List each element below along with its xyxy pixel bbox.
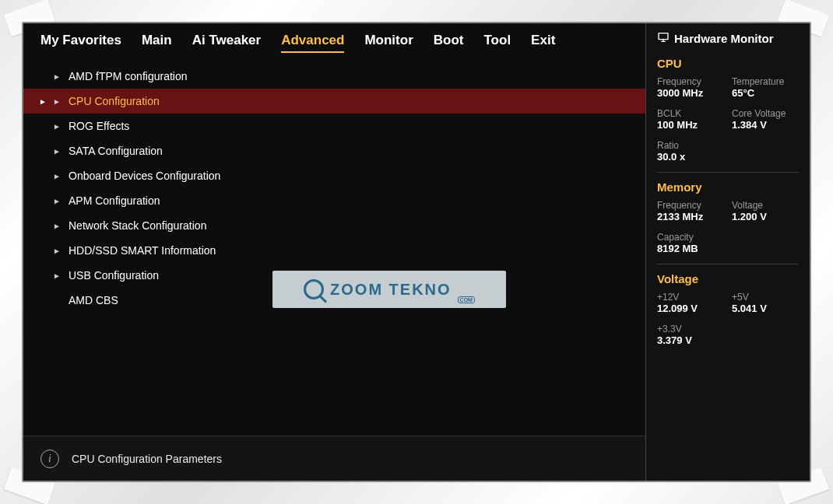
menu-item-label: APM Configuration — [69, 194, 160, 207]
tab-main[interactable]: Main — [142, 33, 172, 53]
tab-my-favorites[interactable]: My Favorites — [40, 33, 121, 53]
metric-label: Ratio — [657, 140, 724, 151]
metric-value: 5.041 V — [732, 303, 799, 314]
metric-label: +5V — [732, 292, 799, 303]
menu-item-label: AMD CBS — [69, 294, 118, 306]
section-divider — [657, 172, 799, 173]
submenu-arrow-icon: ► — [53, 147, 61, 156]
submenu-arrow-icon: ► — [53, 197, 61, 205]
tab-tool[interactable]: Tool — [483, 33, 511, 53]
submenu-arrow-icon: ► — [53, 271, 61, 280]
menu-item-label: ROG Effects — [69, 120, 129, 132]
submenu-arrow-icon: ► — [53, 122, 61, 131]
menu-item-label: HDD/SSD SMART Information — [69, 244, 216, 257]
tab-boot[interactable]: Boot — [434, 33, 464, 53]
metric-label: Temperature — [732, 76, 799, 87]
info-icon: i — [40, 450, 59, 468]
menu-item-sata-configuration[interactable]: ►SATA Configuration — [23, 138, 645, 163]
tab-bar: My FavoritesMainAi TweakerAdvancedMonito… — [23, 23, 645, 59]
metric: Core Voltage1.384 V — [732, 108, 799, 131]
metric-value: 8192 MB — [657, 243, 724, 254]
metric-value: 1.384 V — [732, 119, 799, 131]
metric-label: Voltage — [732, 200, 799, 211]
metric-row: Frequency3000 MHzTemperature65°C — [657, 76, 799, 99]
metric-value: 65°C — [732, 87, 799, 99]
menu-item-apm-configuration[interactable]: ►APM Configuration — [23, 188, 645, 213]
metric-label: Frequency — [657, 76, 724, 87]
metric-row: Capacity8192 MB — [657, 232, 799, 254]
bios-frame: My FavoritesMainAi TweakerAdvancedMonito… — [22, 22, 811, 482]
section-title-cpu: CPU — [657, 57, 799, 70]
metric-value: 100 MHz — [657, 119, 724, 131]
menu-item-label: CPU Configuration — [69, 95, 160, 107]
monitor-icon — [657, 31, 670, 46]
tab-monitor[interactable]: Monitor — [364, 33, 413, 53]
advanced-menu: ►AMD fTPM configuration►CPU Configuratio… — [23, 59, 645, 436]
metric: +3.3V3.379 V — [657, 324, 724, 346]
menu-item-label: SATA Configuration — [69, 145, 163, 157]
menu-item-label: USB Configuration — [69, 269, 159, 282]
metric: Frequency2133 MHz — [657, 200, 724, 222]
metric-label: Core Voltage — [732, 108, 799, 119]
metric: +12V12.099 V — [657, 292, 724, 314]
hardware-monitor-header: Hardware Monitor — [657, 31, 799, 46]
submenu-arrow-icon: ► — [53, 97, 61, 106]
tab-ai-tweaker[interactable]: Ai Tweaker — [192, 33, 262, 53]
svg-rect-0 — [659, 33, 668, 40]
metric-value: 3000 MHz — [657, 87, 724, 99]
tab-exit[interactable]: Exit — [531, 33, 555, 53]
metric-value: 30.0 x — [657, 151, 724, 163]
metric: BCLK100 MHz — [657, 108, 724, 131]
submenu-arrow-icon: ► — [53, 247, 61, 255]
menu-item-network-stack-configuration[interactable]: ►Network Stack Configuration — [23, 213, 645, 238]
hardware-monitor-title: Hardware Monitor — [674, 32, 774, 45]
metric: Capacity8192 MB — [657, 232, 724, 254]
metric-row: BCLK100 MHzCore Voltage1.384 V — [657, 108, 799, 131]
section-title-memory: Memory — [657, 180, 799, 194]
metric-value: 12.099 V — [657, 303, 724, 314]
metric — [732, 324, 799, 346]
menu-item-cpu-configuration[interactable]: ►CPU Configuration — [23, 89, 645, 114]
menu-item-hdd-ssd-smart-information[interactable]: ►HDD/SSD SMART Information — [23, 238, 645, 263]
metric-label: Frequency — [657, 200, 724, 211]
metric: Voltage1.200 V — [732, 200, 799, 222]
submenu-arrow-icon: ► — [53, 222, 61, 230]
metric-row: +12V12.099 V+5V5.041 V — [657, 292, 799, 314]
section-title-voltage: Voltage — [657, 272, 799, 285]
menu-item-label: Onboard Devices Configuration — [69, 170, 220, 182]
metric-label: Capacity — [657, 232, 724, 243]
help-bar: i CPU Configuration Parameters — [23, 436, 645, 481]
metric-row: Frequency2133 MHzVoltage1.200 V — [657, 200, 799, 222]
menu-item-label: AMD fTPM configuration — [69, 70, 188, 82]
menu-item-onboard-devices-configuration[interactable]: ►Onboard Devices Configuration — [23, 163, 645, 188]
menu-item-label: Network Stack Configuration — [69, 219, 206, 232]
main-panel: My FavoritesMainAi TweakerAdvancedMonito… — [23, 23, 646, 481]
watermark-text: ZOOM TEKNO — [330, 281, 452, 299]
metric-row: Ratio30.0 x — [657, 140, 799, 163]
metric — [732, 140, 799, 163]
metric: Ratio30.0 x — [657, 140, 724, 163]
metric-label: BCLK — [657, 108, 724, 119]
menu-item-rog-effects[interactable]: ►ROG Effects — [23, 114, 645, 138]
metric-label: +3.3V — [657, 324, 724, 334]
magnifier-icon — [304, 279, 324, 299]
watermark: ZOOM TEKNO COM — [272, 271, 506, 308]
submenu-arrow-icon: ► — [53, 72, 61, 81]
metric-label: +12V — [657, 292, 724, 303]
metric-row: +3.3V3.379 V — [657, 324, 799, 346]
section-divider — [657, 264, 799, 264]
metric: Frequency3000 MHz — [657, 76, 724, 99]
menu-item-amd-ftpm-configuration[interactable]: ►AMD fTPM configuration — [23, 64, 645, 89]
metric — [732, 232, 799, 254]
help-text: CPU Configuration Parameters — [72, 453, 222, 465]
metric-value: 2133 MHz — [657, 211, 724, 222]
metric: +5V5.041 V — [732, 292, 799, 314]
submenu-arrow-icon: ► — [53, 172, 61, 180]
watermark-sub: COM — [458, 296, 475, 303]
tab-advanced[interactable]: Advanced — [281, 33, 344, 53]
hardware-monitor-panel: Hardware Monitor CPUFrequency3000 MHzTem… — [646, 23, 810, 481]
metric: Temperature65°C — [732, 76, 799, 99]
metric-value: 1.200 V — [732, 211, 799, 222]
metric-value: 3.379 V — [657, 334, 724, 346]
